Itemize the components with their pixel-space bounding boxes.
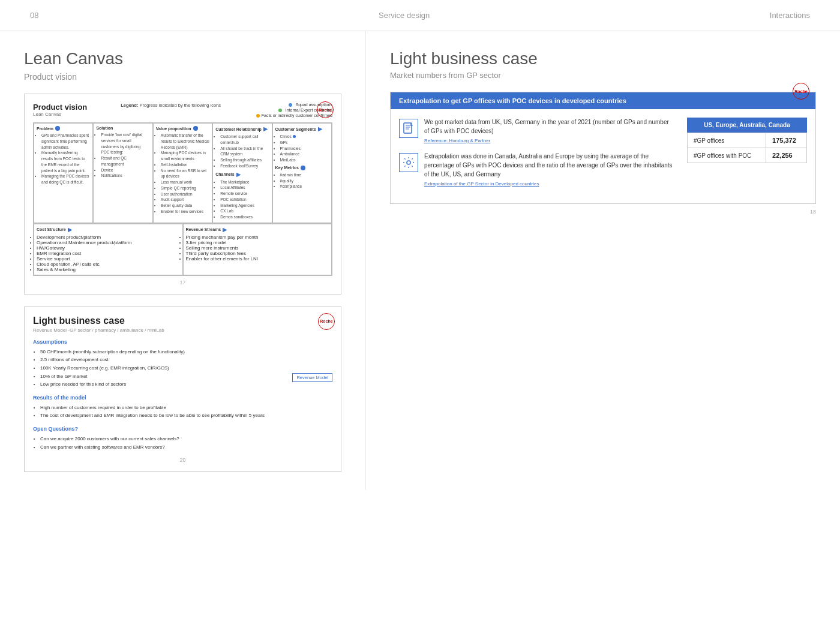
extrap-header: Extrapolation to get GP offices with POC… (391, 92, 815, 109)
extrap-right: US, Europe, Australia, Canada #GP office… (687, 118, 807, 195)
list-item: The Marketplace (220, 179, 269, 185)
list-item: Notifications (101, 173, 149, 179)
list-item: Simple QC reporting (161, 185, 209, 191)
list-item: Manually transferring results from POC t… (41, 150, 90, 173)
open-questions-list: Can we acquire 2000 customers with our c… (33, 435, 332, 451)
list-item: #compliance (280, 184, 329, 190)
right-title: Light business case (390, 49, 816, 68)
list-item: 3-tier pricing model (186, 240, 329, 245)
list-item: Feedback tool/Survey (220, 163, 269, 169)
list-item: Demos sandboxes (220, 214, 269, 220)
table-row: #GP offices with POC 22,256 (688, 148, 807, 163)
list-item: All should be track in the CRM system (220, 146, 269, 158)
list-item: 100K Yearly Recurring cost (e.g. EMR int… (40, 364, 332, 372)
document-icon (399, 119, 418, 138)
revenue-model-link[interactable]: Revenue Model (292, 373, 332, 382)
lc-legend: Legend: Progress indicated by the follow… (121, 103, 221, 109)
table-cell-value: 175,372 (766, 133, 807, 148)
list-item: Cloud operation, API calls etc. (37, 262, 180, 267)
list-item: Selling through affiliates (220, 157, 269, 163)
table-cell-label: #GP offices with POC (688, 148, 766, 163)
lc-subtitle: Lean Canvas (33, 112, 87, 117)
list-item: Audit support (161, 197, 209, 203)
extrap-ref-2: Extrapolation of the GP Sector in Develo… (424, 181, 675, 187)
list-item: #admin time (280, 172, 329, 178)
lc-grid-bottom: Cost Structure ▶ Development product/pla… (33, 224, 332, 276)
value-list: Automatic transfer of the results to Ele… (156, 133, 209, 215)
cost-badge: ▶ (68, 227, 72, 233)
assumptions-list: 50 CHF/month (monthly subscription depen… (33, 348, 332, 389)
biz-case-subtitle: Revenue Model -GP sector / pharmacy / am… (33, 327, 332, 333)
results-list: High number of customers required in ord… (33, 404, 332, 420)
lc-cell-cost: Cost Structure ▶ Development product/pla… (34, 224, 183, 275)
list-item: Device (101, 167, 149, 173)
page-header: 08 Service design Interactions (0, 0, 840, 31)
biz-case-title: Light business case (33, 315, 332, 326)
dot-blue-icon (289, 103, 292, 107)
list-item: Provide 'low cost' digital services for … (101, 132, 149, 155)
problem-badge (55, 126, 60, 131)
list-item: 50 CHF/month (monthly subscription depen… (40, 348, 332, 356)
channels-header: Channels ▶ (215, 172, 269, 178)
list-item: MiniLabs (280, 157, 329, 163)
lc-cell-customer-rel-header: Customer Relationship ▶ (215, 126, 269, 132)
list-item: Operation and Maintenance product/platfo… (37, 240, 180, 245)
list-item: Clinics (280, 134, 329, 140)
list-item: Managing the POC devices and doing QC is… (41, 173, 90, 185)
list-item: Can we acquire 2000 customers with our c… (40, 435, 332, 443)
list-item: Service support (37, 256, 180, 262)
right-subtitle: Market numbers from GP sector (390, 71, 816, 80)
lc-cell-customer-seg-header: Customer Segments ▶ (275, 126, 329, 132)
list-item: 10% of the GP market (40, 372, 332, 381)
table-cell-value: 22,256 (766, 148, 807, 163)
list-item: The cost of development and EMR integrat… (40, 411, 332, 420)
roche-badge-biz: Roche (318, 313, 335, 330)
extrapolation-card: Roche Extrapolation to get GP offices wi… (390, 92, 816, 204)
list-item: #quality (280, 178, 329, 184)
cost-list: Development product/platform Operation a… (37, 235, 180, 272)
lc-cell-revenue: Revenue Streams ▶ Pricing mechanism pay … (183, 224, 332, 275)
lc-cell-value-header: Value proposition (156, 126, 209, 131)
lc-main-title: Product vision (33, 103, 87, 112)
lc-page-num: 17 (33, 280, 332, 286)
solution-list: Provide 'low cost' digital services for … (96, 132, 149, 179)
list-item: Third party subscription fees (186, 251, 329, 256)
list-item: Customer support call center/hub (220, 134, 269, 146)
list-item: Enabler for other elements for LNI (186, 256, 329, 262)
list-item: Less manual work (161, 179, 209, 185)
lc-cell-revenue-header: Revenue Streams ▶ (186, 227, 329, 233)
list-item: Can we partner with existing softwares a… (40, 443, 332, 452)
list-item: GPs (280, 140, 329, 146)
lc-cell-solution: Solution Provide 'low cost' digital serv… (93, 123, 152, 223)
roche-badge-right: Roche (793, 83, 809, 100)
list-item: Selling more instruments (186, 245, 329, 251)
customer-rel-badge: ▶ (263, 126, 268, 132)
table-cell-label: #GP offices (688, 133, 766, 148)
key-metrics-section: Key Metrics #admin time #quality #compli… (275, 166, 329, 190)
customer-seg-list: Clinics GPs Pharmacies Ambulance MiniLab… (275, 134, 329, 163)
list-item: User authorization (161, 191, 209, 197)
results-title: Results of the model (33, 395, 332, 401)
lc-grid-top: Problem GPs and Pharmacies spent signifi… (33, 122, 332, 224)
list-item: Local Affiliates (220, 185, 269, 191)
list-item: Better quality data (161, 203, 209, 209)
problem-list: GPs and Pharmacies spent significant tim… (37, 133, 90, 185)
extrap-left: We got market data from UK, US, Germany … (399, 118, 675, 195)
list-item: HW/Gateway (37, 245, 180, 251)
roche-badge-lean: Roche (317, 101, 334, 118)
lc-cell-problem-header: Problem (37, 126, 90, 131)
list-item: POC exhibition (220, 197, 269, 203)
list-item: High number of customers required in ord… (40, 404, 332, 412)
list-item: EMR integration cost (37, 251, 180, 256)
biz-page-num: 20 (33, 457, 332, 463)
left-panel: Lean Canvas Product vision Roche Product… (0, 31, 366, 490)
list-item: Remote service (220, 191, 269, 197)
lc-cell-customer-seg: Customer Segments ▶ Clinics GPs Pharmaci… (272, 123, 332, 223)
value-badge (193, 126, 198, 131)
list-item: GPs and Pharmacies spent significant tim… (41, 133, 90, 150)
list-item: Pharmacies (280, 146, 329, 152)
list-item: Result and QC management (101, 155, 149, 167)
list-item: Ambulance (280, 151, 329, 157)
lc-cell-customer-rel: Customer Relationship ▶ Customer support… (212, 123, 272, 223)
channels-badge: ▶ (236, 172, 241, 178)
